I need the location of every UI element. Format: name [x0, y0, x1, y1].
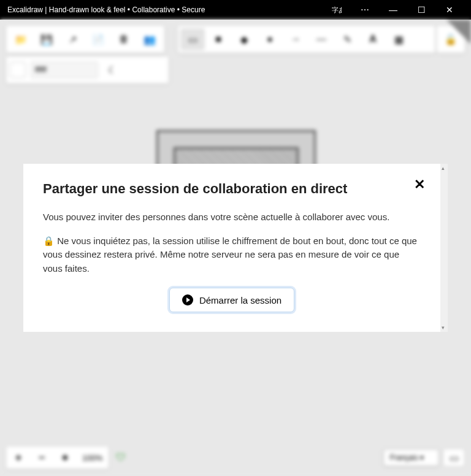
close-window-button[interactable]: ✕: [435, 0, 464, 20]
modal-backdrop: ✕ Partager une session de collaboration …: [0, 20, 471, 476]
window-titlebar: Excalidraw | Hand-drawn look & feel • Co…: [0, 0, 471, 20]
dialog-close-button[interactable]: ✕: [411, 176, 428, 193]
start-session-button[interactable]: Démarrer la session: [169, 288, 294, 312]
share-session-dialog: ✕ Partager une session de collaboration …: [23, 164, 440, 332]
dialog-description-2: 🔒 Ne vous inquiétez pas, la session util…: [43, 234, 421, 276]
maximize-button[interactable]: ☐: [407, 0, 435, 20]
svg-text:字あ: 字あ: [332, 6, 342, 13]
more-icon[interactable]: ⋯: [351, 0, 379, 20]
window-title: Excalidraw | Hand-drawn look & feel • Co…: [7, 6, 323, 14]
lock-emoji-icon: 🔒: [43, 236, 55, 246]
start-session-label: Démarrer la session: [199, 295, 281, 305]
translate-icon[interactable]: 字あ: [323, 0, 351, 20]
dialog-title: Partager une session de collaboration en…: [43, 181, 421, 197]
play-icon: [182, 294, 193, 305]
dialog-description-1: Vous pouvez inviter des personnes dans v…: [43, 210, 421, 225]
dialog-scrollbar[interactable]: [440, 164, 448, 332]
minimize-button[interactable]: —: [379, 0, 407, 20]
